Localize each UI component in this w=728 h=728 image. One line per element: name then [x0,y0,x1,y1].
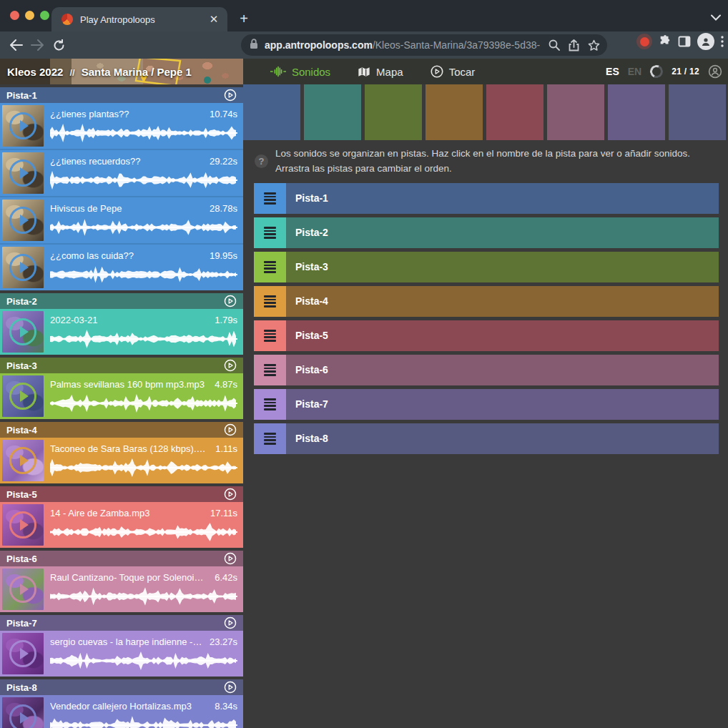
sidebar-track-header[interactable]: Pista-4 [0,422,243,438]
audio-clip[interactable]: 14 - Aire de Zamba.mp3 17.11s [0,502,243,548]
track-row-body[interactable]: Pista-6 [286,355,719,385]
clip-thumbnail[interactable] [2,440,44,481]
track-row-body[interactable]: Pista-7 [286,389,719,420]
clip-waveform[interactable] [50,586,237,606]
drag-handle[interactable] [254,183,286,214]
clip-waveform[interactable] [50,123,237,143]
track-row-body[interactable]: Pista-2 [286,217,719,248]
clip-play-icon[interactable] [9,207,36,234]
breadcrumb-project[interactable]: Kleos 2022 [7,66,63,78]
back-button[interactable] [5,34,26,56]
audio-clip[interactable]: ¿¿tienes recuerdos?? 29.22s [0,150,243,197]
clip-thumbnail[interactable] [2,569,44,610]
clip-waveform[interactable] [50,393,237,413]
drag-handle[interactable] [254,320,286,351]
clip-thumbnail[interactable] [2,152,44,194]
minimize-window-button[interactable] [25,11,34,20]
track-play-button[interactable] [224,616,237,629]
audio-clip[interactable]: Raul Cantizano- Toque por Solenoide.mp3 … [0,566,243,612]
close-window-button[interactable] [10,11,19,20]
track-row-body[interactable]: Pista-5 [286,320,719,351]
track-row-body[interactable]: Pista-4 [286,286,719,317]
track-row[interactable]: Pista-5 [254,320,719,351]
clip-thumbnail[interactable] [2,200,44,241]
clip-thumbnail[interactable] [2,697,44,728]
clip-waveform[interactable] [50,170,237,190]
drag-handle[interactable] [254,252,286,282]
track-play-button[interactable] [224,359,237,372]
track-play-button[interactable] [224,552,237,565]
share-icon[interactable] [569,39,579,51]
clip-play-icon[interactable] [9,511,36,538]
clip-play-icon[interactable] [9,704,36,728]
side-panel-icon[interactable] [678,35,691,48]
clip-play-icon[interactable] [9,383,36,410]
sidebar-track-header[interactable]: Pista-5 [0,486,243,502]
clip-waveform[interactable] [50,265,237,285]
track-row-body[interactable]: Pista-1 [286,183,719,214]
lang-en-button[interactable]: EN [628,66,641,77]
clip-play-icon[interactable] [9,159,36,187]
audio-clip[interactable]: Taconeo de Sara Baras (128 kbps).mp3 1.1… [0,438,243,483]
browser-profile-avatar[interactable] [697,33,714,50]
track-row[interactable]: Pista-6 [254,355,719,385]
new-tab-button[interactable]: + [236,11,252,27]
track-play-button[interactable] [224,488,237,501]
reload-button[interactable] [48,34,69,56]
browser-menu-kebab-icon[interactable] [721,36,724,47]
track-row-body[interactable]: Pista-8 [286,423,719,454]
lang-es-button[interactable]: ES [606,66,619,77]
track-row[interactable]: Pista-4 [254,286,719,317]
zoom-window-button[interactable] [40,11,49,20]
sidebar-track-header[interactable]: Pista-2 [0,293,243,309]
bookmark-star-icon[interactable] [588,39,600,51]
drag-handle[interactable] [254,217,286,248]
account-icon[interactable] [708,64,722,79]
track-play-button[interactable] [224,681,237,694]
track-row[interactable]: Pista-8 [254,423,719,454]
tab-close-icon[interactable]: ✕ [207,13,220,26]
clip-play-icon[interactable] [9,318,36,345]
browser-tab[interactable]: Play Antropoloops ✕ [51,7,227,31]
clip-play-icon[interactable] [9,447,36,474]
clip-waveform[interactable] [50,329,237,349]
drag-handle[interactable] [254,286,286,317]
zoom-magnifier-icon[interactable] [549,39,560,51]
clip-waveform[interactable] [50,458,237,478]
clip-play-icon[interactable] [9,576,36,603]
recording-extension-icon[interactable] [636,34,652,49]
drag-handle[interactable] [254,389,286,420]
drag-handle[interactable] [254,355,286,385]
forward-button[interactable] [26,34,48,56]
clip-thumbnail[interactable] [2,247,44,288]
clip-thumbnail[interactable] [2,375,44,417]
clip-play-icon[interactable] [9,640,36,667]
sidebar-track-header[interactable]: Pista-1 [0,87,243,103]
track-play-button[interactable] [224,89,237,102]
drag-handle[interactable] [254,423,286,454]
clip-thumbnail[interactable] [2,311,44,353]
sidebar-track-header[interactable]: Pista-3 [0,358,243,373]
nav-item-mapa[interactable]: Mapa [358,66,403,78]
sidebar-track-header[interactable]: Pista-6 [0,551,243,566]
audio-clip[interactable]: Palmas sevillanas 160 bpm mp3.mp3 4.87s [0,373,243,419]
track-play-button[interactable] [224,295,237,308]
audio-clip[interactable]: sergio cuevas - la harpe indienne - 03 -… [0,631,243,677]
clip-thumbnail[interactable] [2,633,44,674]
audio-clip[interactable]: Hiviscus de Pepe 28.78s [0,197,243,245]
sidebar-track-header[interactable]: Pista-7 [0,615,243,631]
audio-clip[interactable]: ¿¿como las cuida?? 19.95s [0,245,243,290]
tab-search-chevron-icon[interactable] [711,14,721,21]
address-bar[interactable]: app.antropoloops.com/Kleos-Santa-Marina/… [241,34,607,56]
clip-waveform[interactable] [50,217,237,237]
clip-waveform[interactable] [50,715,237,728]
clip-thumbnail[interactable] [2,105,44,147]
clip-play-icon[interactable] [9,254,36,281]
track-play-button[interactable] [224,423,237,436]
extensions-puzzle-icon[interactable] [659,35,672,48]
track-row-body[interactable]: Pista-3 [286,252,719,282]
track-row[interactable]: Pista-7 [254,389,719,420]
nav-item-sonidos[interactable]: Sonidos [270,66,330,78]
nav-item-tocar[interactable]: Tocar [431,65,476,78]
clip-waveform[interactable] [50,522,237,542]
